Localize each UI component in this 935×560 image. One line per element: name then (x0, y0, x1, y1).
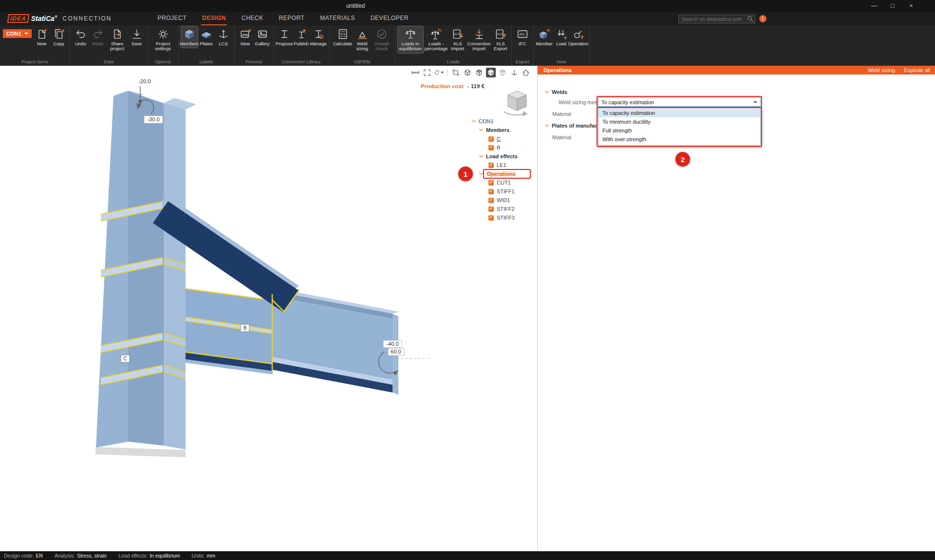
tree-node-stiff3[interactable]: STIFF3 (470, 213, 536, 222)
weld-sizing-ribbon-button[interactable]: Weld sizing (354, 26, 371, 53)
weld-sizing-link[interactable]: Weld sizing (868, 67, 895, 73)
welds-section-header[interactable]: Welds (545, 88, 567, 96)
tab-developer[interactable]: DEVELOPER (370, 12, 410, 25)
tab-report[interactable]: REPORT (278, 12, 306, 25)
lcs-labels-toggle[interactable]: LCS (215, 26, 232, 48)
tab-materials[interactable]: MATERIALS (319, 12, 356, 25)
publish-button[interactable]: Publish (293, 26, 310, 48)
weld-sizing-method-dropdown[interactable]: To capacity estimation (598, 97, 761, 107)
maximize-button[interactable]: □ (883, 0, 902, 12)
svg-text:%: % (437, 28, 441, 33)
ifc-export-button[interactable]: IFC IFC (514, 26, 531, 48)
viewport-3d[interactable]: -20.0 -30.0 -40.0 60.0 B (0, 66, 537, 551)
project-settings-button[interactable]: Project settings (150, 26, 176, 53)
section-crop-icon[interactable] (451, 68, 461, 77)
panel-title: Operations (543, 67, 572, 73)
ribbon-group-label: Pictures (237, 58, 271, 66)
new-load-button[interactable]: Load (553, 26, 570, 48)
menubar: IDEA StatiCa® CONNECTION PROJECT DESIGN … (0, 12, 935, 25)
dropdown-option-full-strength[interactable]: Full strength (598, 126, 760, 135)
new-connection-button[interactable]: New (34, 26, 50, 48)
notification-icon[interactable] (759, 15, 767, 22)
3d-scene[interactable]: -20.0 -30.0 -40.0 60.0 B (0, 66, 537, 551)
manage-button[interactable]: Manage (310, 26, 327, 48)
members-labels-toggle[interactable]: Members (181, 26, 198, 48)
checkbox-checked-icon[interactable] (488, 198, 494, 203)
checkbox-checked-icon[interactable] (488, 136, 494, 142)
view-solid-icon[interactable] (486, 68, 496, 77)
svg-text:60.0: 60.0 (391, 349, 401, 355)
rotate-view-icon[interactable] (434, 68, 444, 77)
checkbox-checked-icon[interactable] (488, 206, 494, 212)
dropdown-option-ductility[interactable]: To minimum ductility (598, 117, 760, 126)
propose-button[interactable]: Propose (276, 26, 293, 48)
save-button[interactable]: Save (129, 26, 145, 48)
plates-labels-toggle[interactable]: Plates (198, 26, 215, 48)
tab-project[interactable]: PROJECT (156, 12, 187, 25)
view-wireframe-icon[interactable] (463, 68, 472, 77)
search-input[interactable] (678, 15, 755, 23)
checkbox-checked-icon[interactable] (488, 189, 494, 194)
ribbon-group-label: Export (514, 58, 531, 66)
status-design-code: Design code:EN (4, 553, 43, 559)
close-button[interactable]: × (902, 0, 920, 12)
tab-design[interactable]: DESIGN (201, 12, 227, 25)
gallery-button[interactable]: Gallery (254, 26, 271, 48)
connection-import-button[interactable]: Connection Import (467, 26, 492, 53)
undo-button[interactable]: Undo (73, 26, 89, 48)
overall-check-button[interactable]: Overall check (371, 26, 393, 53)
redo-icon (92, 28, 104, 40)
tree-node-member-b[interactable]: B (470, 143, 536, 152)
checkbox-checked-icon[interactable] (488, 215, 494, 221)
xls-export-button[interactable]: XLS XLS Export (492, 26, 509, 53)
redo-button[interactable]: Redo (90, 26, 106, 48)
member-tag-beam[interactable]: B (241, 324, 249, 332)
production-cost-value: - 119 € (468, 83, 485, 89)
dropdown-option-capacity[interactable]: To capacity estimation (598, 109, 760, 117)
beam-member[interactable] (272, 289, 399, 395)
weld-icon (356, 28, 369, 40)
tree-node-member-c[interactable]: C (470, 134, 536, 143)
checkbox-checked-icon[interactable] (488, 145, 494, 150)
connection-selector[interactable]: CON1 (3, 29, 32, 38)
loads-in-equilibrium-toggle[interactable]: Loads in equilibrium (398, 26, 423, 53)
xls-import-icon: XLS (451, 28, 464, 40)
app-logo: IDEA StatiCa® CONNECTION (8, 14, 112, 23)
search-icon[interactable] (747, 16, 753, 22)
lcs-icon[interactable] (509, 68, 519, 77)
share-project-button[interactable]: Share project (107, 26, 128, 53)
loads-percentage-button[interactable]: % Loads - percentage (424, 26, 449, 53)
tree-node-cut1[interactable]: CUT1 (470, 178, 536, 187)
view-transparent-icon[interactable] (498, 68, 507, 77)
measure-icon[interactable] (411, 68, 420, 77)
connection-panel[interactable] (186, 289, 273, 374)
zoom-fit-icon[interactable] (422, 68, 432, 77)
minimize-button[interactable]: — (865, 0, 883, 12)
navigation-cube[interactable] (504, 91, 528, 116)
view-shaded-icon[interactable] (474, 68, 484, 77)
plates-section-header[interactable]: Plates of manufactur (545, 122, 597, 130)
checkbox-checked-icon[interactable] (488, 163, 494, 168)
dropdown-option-over-strength[interactable]: With over-strength (598, 135, 760, 144)
chevron-down-icon (24, 33, 28, 35)
new-operation-button[interactable]: Operation (570, 26, 587, 48)
new-picture-button[interactable]: New (237, 26, 254, 48)
new-member-button[interactable]: Member (536, 26, 553, 48)
member-tag-column[interactable]: C (121, 355, 130, 362)
tree-node-load-effects[interactable]: Load effects (470, 152, 536, 161)
calculate-button[interactable]: Calculate (332, 26, 354, 48)
tree-node-stiff2[interactable]: STIFF2 (470, 205, 536, 213)
tree-node-con1[interactable]: CON1 (470, 117, 536, 126)
home-view-icon[interactable] (521, 68, 531, 77)
tree-node-members[interactable]: Members (470, 126, 536, 134)
checkbox-checked-icon[interactable] (488, 180, 494, 186)
tab-check[interactable]: CHECK (241, 12, 264, 25)
tree-node-wid1[interactable]: WID1 (470, 196, 536, 205)
tree-node-operations[interactable]: Operations (470, 169, 536, 178)
xls-import-button[interactable]: XLS XLS Import (449, 26, 466, 53)
tree-node-le1[interactable]: LE1 (470, 161, 536, 169)
tree-node-stiff1[interactable]: STIFF1 (470, 187, 536, 196)
explode-all-link[interactable]: Explode all (904, 67, 930, 73)
copy-connection-button[interactable]: Copy (51, 26, 67, 48)
cube-plus-icon (538, 28, 551, 40)
